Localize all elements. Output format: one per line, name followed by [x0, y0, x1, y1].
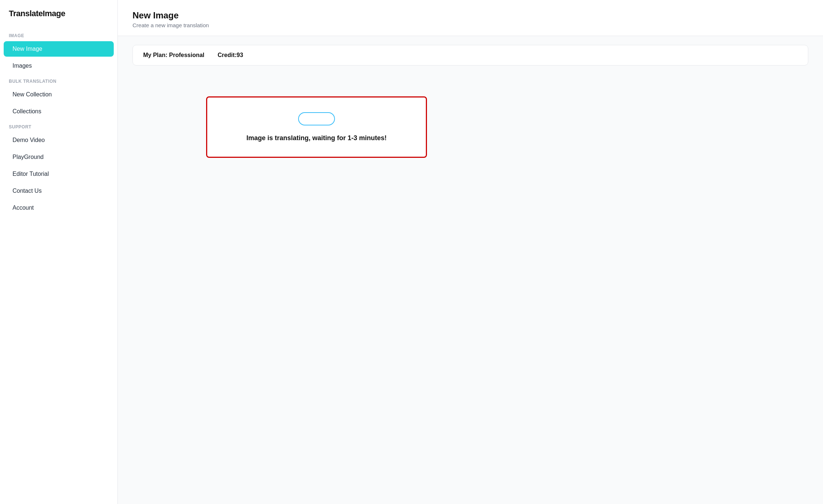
sidebar: TranslateImage IMAGE New Image Images BU…: [0, 0, 118, 504]
sidebar-item-new-collection[interactable]: New Collection: [4, 87, 114, 102]
loading-spinner: [298, 112, 335, 125]
page-subtitle: Create a new image translation: [133, 22, 808, 28]
section-label-support: SUPPORT: [0, 120, 117, 132]
app-logo: TranslateImage: [0, 9, 117, 29]
translating-message: Image is translating, waiting for 1-3 mi…: [246, 134, 386, 142]
translation-status-box: Image is translating, waiting for 1-3 mi…: [206, 96, 427, 158]
sidebar-item-new-image[interactable]: New Image: [4, 41, 114, 57]
section-label-image: IMAGE: [0, 29, 117, 40]
plan-label: My Plan: Professional: [143, 52, 204, 58]
main-content: New Image Create a new image translation…: [118, 0, 823, 504]
section-label-bulk-translation: BULK TRANSLATION: [0, 74, 117, 86]
sidebar-item-demo-video[interactable]: Demo Video: [4, 132, 114, 148]
sidebar-item-collections[interactable]: Collections: [4, 104, 114, 119]
page-header: New Image Create a new image translation: [118, 0, 823, 36]
page-title: New Image: [133, 10, 808, 21]
main-body: Image is translating, waiting for 1-3 mi…: [118, 74, 823, 504]
sidebar-item-account[interactable]: Account: [4, 200, 114, 216]
sidebar-item-playground[interactable]: PlayGround: [4, 149, 114, 165]
sidebar-item-editor-tutorial[interactable]: Editor Tutorial: [4, 166, 114, 182]
credit-label: Credit:93: [218, 52, 243, 58]
sidebar-item-contact-us[interactable]: Contact Us: [4, 183, 114, 199]
sidebar-item-images[interactable]: Images: [4, 58, 114, 74]
plan-bar: My Plan: Professional Credit:93: [133, 45, 808, 65]
